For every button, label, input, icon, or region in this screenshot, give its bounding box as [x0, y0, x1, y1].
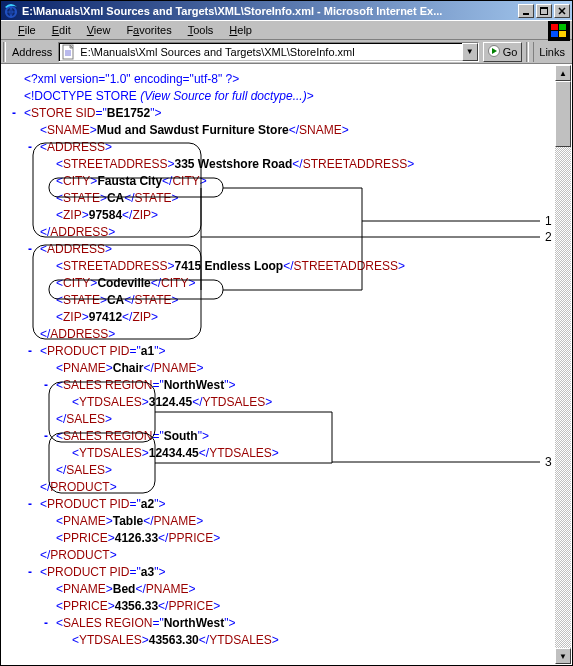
p3-name: Bed [113, 582, 136, 596]
minimize-button[interactable] [518, 4, 534, 18]
p1-name: Chair [113, 361, 144, 375]
menu-edit[interactable]: Edit [45, 22, 78, 38]
callout-2: 2 [545, 230, 552, 244]
close-button[interactable] [554, 4, 570, 18]
address-input[interactable] [77, 46, 461, 58]
p1-s2-region: South [164, 429, 198, 443]
scrollbar-track[interactable] [555, 81, 571, 648]
addr1-street: 335 Westshore Road [175, 157, 293, 171]
addr1-state: CA [107, 191, 124, 205]
menu-tools[interactable]: Tools [181, 22, 221, 38]
xml-declaration: <?xml version="1.0" encoding="utf-8" ?> [24, 72, 239, 86]
doctype-note: (View Source for full doctype...) [140, 89, 307, 103]
p3-price: 4356.33 [115, 599, 158, 613]
scroll-down-button[interactable]: ▼ [555, 648, 571, 664]
menu-view[interactable]: View [80, 22, 118, 38]
addr2-zip: 97412 [89, 310, 122, 324]
collapse-toggle[interactable]: - [28, 564, 32, 581]
p1-s1-region: NorthWest [164, 378, 224, 392]
collapse-toggle[interactable]: - [44, 377, 48, 394]
address-label: Address [10, 46, 54, 58]
callout-3: 3 [545, 455, 552, 469]
grip-icon [526, 42, 529, 62]
collapse-toggle[interactable]: - [28, 241, 32, 258]
p1-pid: a1 [141, 344, 154, 358]
ie-icon [3, 3, 19, 19]
scroll-up-button[interactable]: ▲ [555, 65, 571, 81]
menu-file[interactable]: File [11, 22, 43, 38]
p2-price: 4126.33 [115, 531, 158, 545]
go-arrow-icon [488, 45, 500, 59]
addr2-street: 7415 Endless Loop [175, 259, 284, 273]
menubar: File Edit View Favorites Tools Help [1, 20, 572, 40]
collapse-toggle[interactable]: - [28, 496, 32, 513]
addr2-city: Codeville [97, 276, 150, 290]
window-title: E:\Manuals\Xml Sources and Targets\XML\S… [22, 5, 518, 17]
p3-s1-region: NorthWest [164, 616, 224, 630]
p3-pid: a3 [141, 565, 154, 579]
p1-s1-ytd: 3124.45 [149, 395, 192, 409]
links-button[interactable]: Links [533, 42, 570, 62]
document-viewport: <?xml version="1.0" encoding="utf-8" ?> … [2, 65, 571, 664]
p2-pid: a2 [141, 497, 154, 511]
throbber-icon [548, 21, 570, 41]
menu-favorites[interactable]: Favorites [119, 22, 178, 38]
grip-icon [3, 42, 6, 62]
scrollbar-vertical[interactable]: ▲ ▼ [555, 65, 571, 664]
collapse-toggle[interactable]: - [44, 615, 48, 632]
menu-help[interactable]: Help [222, 22, 259, 38]
addr2-state: CA [107, 293, 124, 307]
p2-name: Table [113, 514, 143, 528]
callout-1: 1 [545, 214, 552, 228]
go-button[interactable]: Go [483, 42, 523, 62]
scrollbar-thumb[interactable] [555, 81, 571, 147]
collapse-toggle[interactable]: - [12, 105, 16, 122]
xml-tree: <?xml version="1.0" encoding="utf-8" ?> … [2, 65, 555, 664]
collapse-toggle[interactable]: - [28, 139, 32, 156]
address-dropdown-button[interactable]: ▼ [462, 43, 478, 61]
p3-s1-ytd: 43563.30 [149, 633, 199, 647]
store-name: Mud and Sawdust Furniture Store [97, 123, 289, 137]
store-sid: BE1752 [107, 106, 150, 120]
addr1-city: Fausta City [97, 174, 162, 188]
addr1-zip: 97584 [89, 208, 122, 222]
address-field[interactable]: ▼ [58, 42, 478, 62]
xml-file-icon [61, 44, 77, 60]
p1-s2-ytd: 12434.45 [149, 446, 199, 460]
go-label: Go [503, 46, 518, 58]
titlebar: E:\Manuals\Xml Sources and Targets\XML\S… [1, 1, 572, 20]
maximize-button[interactable] [536, 4, 552, 18]
svg-rect-1 [523, 13, 529, 15]
addressbar: Address ▼ Go Links [1, 40, 572, 64]
collapse-toggle[interactable]: - [44, 428, 48, 445]
svg-rect-3 [540, 7, 548, 9]
collapse-toggle[interactable]: - [28, 343, 32, 360]
